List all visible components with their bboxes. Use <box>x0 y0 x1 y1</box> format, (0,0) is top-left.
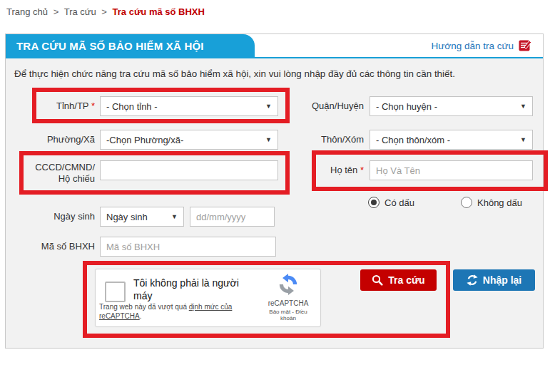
reset-button[interactable]: Nhập lại <box>453 269 535 291</box>
radio-accented-circle <box>368 197 380 208</box>
breadcrumb: Trang chủ > Tra cứu > Tra cứu mã số BHXH <box>6 6 208 17</box>
dob-label: Ngày sinh <box>14 211 95 222</box>
ward-select[interactable]: -Chọn Phường/xã- ▼ <box>100 130 278 150</box>
recaptcha-overlimit-prefix: Trang web này đã vượt quá <box>99 303 189 311</box>
hamlet-select[interactable]: - Chọn thôn/xóm - ▼ <box>370 130 533 150</box>
guide-document-pencil-icon <box>519 39 533 52</box>
recaptcha-widget: Tôi không phải là người máy Trang web nà… <box>95 269 321 327</box>
bhxh-code-label: Mã số BHXH <box>14 241 95 252</box>
id-number-label-line2: Hộ chiếu <box>58 173 95 184</box>
recaptcha-logo-icon <box>277 274 299 298</box>
breadcrumb-home[interactable]: Trang chủ <box>6 6 48 17</box>
id-number-label-line1: CCCD/CMND/ <box>35 162 95 172</box>
province-select-value: - Chọn tỉnh - <box>106 101 158 112</box>
chevron-down-icon: ▼ <box>520 136 526 143</box>
page-title-tab: TRA CỨU MÃ SỐ BẢO HIỂM XÃ HỘI <box>6 34 255 57</box>
reset-button-label: Nhập lại <box>483 274 521 286</box>
hamlet-label: Thôn/Xóm <box>271 134 364 145</box>
radio-accented[interactable]: Có dấu <box>368 197 414 208</box>
breadcrumb-separator: > <box>54 6 59 17</box>
recaptcha-brand-box: reCAPTCHA Bảo mật - Điều khoản <box>265 274 312 321</box>
province-label: Tỉnh/TP * <box>14 100 95 112</box>
province-select[interactable]: - Chọn tỉnh - ▼ <box>100 96 278 116</box>
radio-unaccented-label: Không dấu <box>477 197 522 208</box>
dob-type-select-value: Ngày sinh <box>106 212 148 222</box>
breadcrumb-current: Tra cứu mã số BHXH <box>113 6 205 17</box>
recaptcha-checkbox[interactable] <box>105 282 126 302</box>
radio-unaccented-circle <box>461 197 472 208</box>
province-label-text: Tỉnh/TP <box>56 100 88 111</box>
breadcrumb-section[interactable]: Tra cứu <box>64 6 96 17</box>
recaptcha-privacy-terms-links[interactable]: Bảo mật - Điều khoản <box>265 309 312 321</box>
search-button[interactable]: Tra cứu <box>360 269 437 291</box>
ward-label: Phường/Xã <box>14 134 95 145</box>
full-name-label: Họ tên * <box>271 165 364 176</box>
district-label: Quận/Huyện <box>271 100 364 112</box>
dob-date-input[interactable] <box>190 207 275 227</box>
full-name-input[interactable] <box>370 160 533 180</box>
page: Trang chủ > Tra cứu > Tra cứu mã số BHXH… <box>0 0 550 392</box>
full-name-required-mark: * <box>360 165 364 175</box>
recaptcha-brand-text: reCAPTCHA <box>265 299 312 307</box>
id-number-label: CCCD/CMND/ Hộ chiếu <box>14 162 95 185</box>
guide-link-label: Hướng dẫn tra cứu <box>432 41 514 51</box>
id-number-input[interactable] <box>100 160 278 180</box>
refresh-icon <box>467 274 478 286</box>
guide-link[interactable]: Hướng dẫn tra cứu <box>432 39 533 52</box>
recaptcha-label: Tôi không phải là người máy <box>133 277 248 302</box>
intro-text: Để thực hiện chức năng tra cứu mã số bảo… <box>14 68 455 79</box>
bhxh-code-input[interactable] <box>100 237 276 257</box>
chevron-down-icon: ▼ <box>171 213 178 220</box>
search-icon <box>372 274 383 286</box>
chevron-down-icon: ▼ <box>520 103 526 110</box>
province-required-mark: * <box>91 100 95 111</box>
district-select-value: - Chọn huyện - <box>376 101 437 112</box>
full-name-label-text: Họ tên <box>330 165 357 175</box>
hamlet-select-value: - Chọn thôn/xóm - <box>376 135 450 145</box>
radio-accented-label: Có dấu <box>385 197 414 208</box>
dob-type-select[interactable]: Ngày sinh ▼ <box>100 207 184 227</box>
recaptcha-overlimit-period: . <box>140 312 142 320</box>
district-select[interactable]: - Chọn huyện - ▼ <box>370 96 533 116</box>
search-button-label: Tra cứu <box>388 274 424 286</box>
breadcrumb-separator: > <box>101 6 107 17</box>
radio-unaccented[interactable]: Không dấu <box>461 197 522 208</box>
recaptcha-overlimit-text: Trang web này đã vượt quá định mức của r… <box>99 302 255 321</box>
ward-select-value: -Chọn Phường/xã- <box>106 135 183 145</box>
